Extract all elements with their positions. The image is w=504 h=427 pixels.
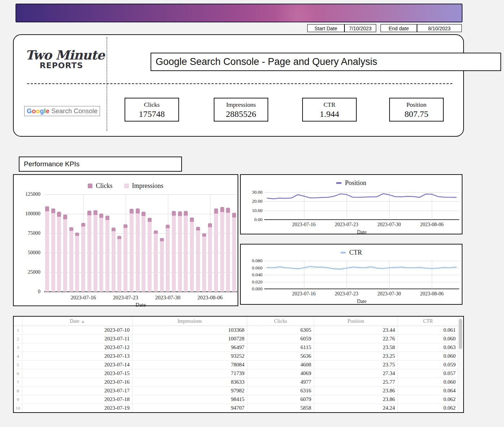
- bar-2023-08-04: [196, 227, 200, 292]
- position-legend-label: Position: [345, 179, 366, 187]
- clicks-segment: [196, 227, 200, 230]
- bar-2023-07-16: [81, 223, 85, 292]
- table-row: 102023-07-1994707585824.240.062: [14, 404, 463, 413]
- impressions-segment: [57, 217, 61, 292]
- google-letter: o: [32, 107, 36, 115]
- bar-2023-07-18: [94, 210, 97, 292]
- clicks-segment: [87, 211, 91, 216]
- section-title-performance-kpis: Performance KPIs: [19, 157, 182, 172]
- impressions-segment: [123, 228, 127, 292]
- clicks-segment: [81, 223, 85, 227]
- cell-clicks: 4069: [247, 369, 314, 378]
- y-tick-label: 0: [16, 289, 40, 295]
- date-filter-gap: [376, 24, 381, 32]
- kpi-label: Impressions: [214, 101, 268, 109]
- column-header-position[interactable]: Position: [314, 317, 398, 326]
- x-axis-title: Date: [264, 229, 459, 235]
- x-tick-label: 2023-07-16: [288, 222, 320, 228]
- cell-impressions: 93252: [132, 352, 247, 360]
- clicks-segment: [75, 233, 79, 236]
- x-axis-title: Date: [264, 299, 459, 304]
- cell-clicks: 6059: [247, 335, 314, 343]
- impressions-segment: [99, 218, 103, 292]
- x-tick-label: 2023-07-16: [288, 291, 320, 297]
- impressions-segment: [142, 216, 145, 292]
- y-tick-label: 0.000: [242, 286, 262, 292]
- x-tick-label: 2023-08-06: [194, 295, 226, 301]
- row-number: 9: [14, 395, 22, 404]
- cell-ctr: 0.060: [398, 335, 459, 343]
- bar-chart-plot-area: [44, 194, 237, 292]
- clicks-segment: [172, 211, 176, 216]
- cell-clicks: 6115: [247, 343, 314, 352]
- cell-date: 2023-07-15: [22, 369, 132, 378]
- impressions-segment: [220, 212, 224, 292]
- cell-position: 23.25: [314, 352, 398, 360]
- impressions-segment: [87, 215, 91, 292]
- cell-ctr: 0.061: [398, 326, 459, 334]
- cell-clicks: 4608: [247, 361, 314, 369]
- position-line: [264, 192, 459, 220]
- sort-ascending-icon: ▲: [81, 320, 85, 323]
- cell-clicks: 6316: [247, 387, 314, 395]
- column-header-clicks[interactable]: Clicks: [247, 317, 314, 326]
- row-number: 7: [14, 378, 22, 386]
- end-date-input[interactable]: 8/10/2023: [417, 24, 462, 32]
- table-row: 12023-07-10103368630523.440.061: [14, 326, 463, 335]
- cell-position: 25.77: [314, 378, 398, 386]
- cell-impressions: 96497: [132, 343, 247, 352]
- clicks-segment: [45, 206, 49, 211]
- metrics-data-table: Date▲ImpressionsClicksPositionCTR12023-0…: [13, 316, 464, 413]
- impressions-segment: [51, 213, 55, 292]
- impressions-segment: [63, 219, 67, 292]
- date-range-filter: Start Date 7/10/2023 End date 8/10/2023: [307, 24, 462, 32]
- impressions-segment: [81, 226, 85, 292]
- cell-date: 2023-07-12: [22, 343, 132, 352]
- bar-2023-07-24: [130, 209, 134, 292]
- clicks-segment: [69, 227, 73, 231]
- impressions-segment: [232, 217, 236, 292]
- column-header-date[interactable]: Date▲: [22, 317, 132, 326]
- start-date-input[interactable]: 7/10/2023: [344, 24, 376, 32]
- clicks-segment: [226, 208, 230, 213]
- y-tick-label: 75000: [16, 230, 40, 236]
- cell-impressions: 103368: [132, 326, 247, 334]
- bar-2023-07-30: [166, 225, 170, 292]
- bar-2023-08-06: [208, 223, 212, 292]
- clicks-segment: [123, 224, 127, 228]
- kpi-value: 1.944: [303, 109, 356, 119]
- clicks-segment: [63, 215, 67, 219]
- clicks-segment: [51, 208, 55, 213]
- table-scrollbar-track: [458, 317, 463, 412]
- impressions-segment: [112, 231, 116, 292]
- y-tick-label: 30.00: [242, 189, 262, 195]
- impressions-segment: [130, 214, 134, 292]
- table-scrollbar-thumb[interactable]: [459, 319, 462, 349]
- kpi-value: 2885526: [214, 109, 268, 119]
- clicks-segment: [160, 238, 164, 241]
- kpi-ctr: CTR 1.944: [302, 98, 357, 122]
- impressions-segment: [69, 231, 73, 292]
- x-tick-label: 2023-07-30: [373, 222, 405, 228]
- ctr-legend-dash: [340, 252, 346, 254]
- clicks-segment: [99, 214, 103, 218]
- bar-2023-07-28: [154, 230, 158, 292]
- row-number: 3: [14, 343, 22, 352]
- impressions-segment: [148, 222, 152, 292]
- cell-clicks: 4977: [247, 378, 314, 386]
- table-row: 62023-07-1571739406927.340.057: [14, 369, 463, 378]
- cell-date: 2023-07-14: [22, 361, 132, 369]
- column-header-impressions[interactable]: Impressions: [132, 317, 247, 326]
- x-tick-label: 2023-07-30: [373, 291, 405, 297]
- y-tick-label: 100000: [16, 211, 40, 217]
- impressions-segment: [208, 227, 212, 292]
- google-letter: G: [27, 107, 32, 115]
- column-header-ctr[interactable]: CTR: [398, 317, 459, 326]
- kpi-label: CTR: [303, 101, 356, 109]
- position-chart-legend: Position: [241, 179, 462, 187]
- impressions-segment: [75, 236, 79, 292]
- row-number: 5: [14, 361, 22, 369]
- row-number: 4: [14, 352, 22, 360]
- clicks-segment: [190, 217, 194, 222]
- cell-date: 2023-07-13: [22, 352, 132, 360]
